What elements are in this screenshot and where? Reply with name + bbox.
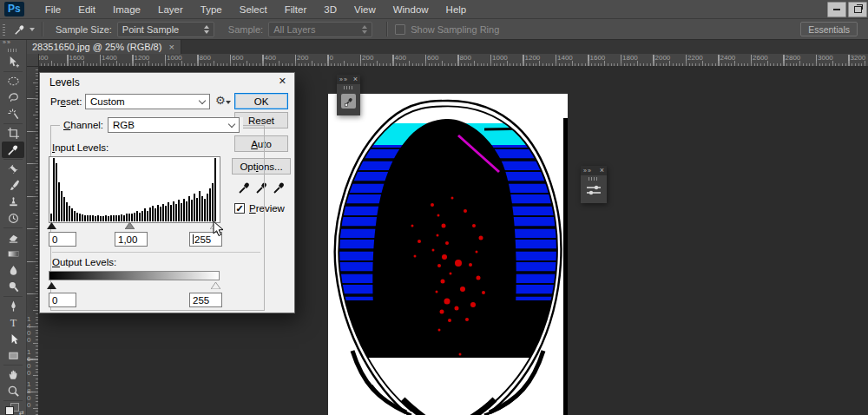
tab-close-icon[interactable]: ×: [168, 42, 174, 52]
histogram-bar: [56, 163, 57, 221]
tool-rectangle[interactable]: [2, 347, 24, 364]
output-black-field[interactable]: 0: [49, 293, 76, 307]
tool-eraser[interactable]: [2, 229, 24, 246]
ok-button[interactable]: OK: [234, 93, 288, 109]
tool-move[interactable]: [2, 54, 24, 70]
panel-body[interactable]: [581, 175, 607, 203]
histogram-bar: [115, 215, 117, 221]
menu-filter[interactable]: Filter: [276, 2, 316, 17]
tool-history-brush[interactable]: [2, 210, 24, 227]
tool-gradient[interactable]: [2, 246, 24, 262]
hruler-label: 1000: [492, 54, 508, 62]
histogram-bar: [134, 213, 135, 221]
expand-panel-icon[interactable]: »»: [339, 76, 348, 83]
color-swatches[interactable]: ⇄: [3, 403, 23, 415]
swap-colors-icon[interactable]: ⇄: [19, 410, 24, 415]
input-black-field[interactable]: 0: [49, 232, 76, 247]
chevron-down-icon: [199, 96, 206, 103]
panel-tile[interactable]: [341, 94, 356, 109]
channel-dropdown[interactable]: RGB: [108, 117, 240, 133]
tool-blur[interactable]: [2, 262, 24, 279]
menu-edit[interactable]: Edit: [69, 2, 104, 17]
menu-view[interactable]: View: [345, 2, 385, 17]
restore-button[interactable]: [848, 2, 867, 17]
histogram-bar: [69, 206, 70, 221]
histogram-bar: [89, 215, 91, 221]
minimize-button[interactable]: [827, 2, 846, 17]
hruler-label: 3200: [851, 54, 866, 62]
histogram-bar: [53, 158, 55, 221]
tool-elliptical-marquee[interactable]: [2, 73, 24, 89]
input-gamma-field[interactable]: 1,00: [115, 232, 148, 247]
menu-help[interactable]: Help: [437, 2, 476, 17]
sample-size-dropdown[interactable]: Point Sample: [117, 22, 214, 37]
tool-clone-stamp[interactable]: [2, 194, 24, 210]
menu-3d[interactable]: 3D: [315, 2, 345, 17]
tool-magic-wand[interactable]: [2, 106, 24, 122]
input-black-slider[interactable]: [47, 222, 56, 229]
histogram-bar: [58, 182, 60, 221]
eyedropper-icon: [14, 23, 26, 36]
active-tool-button[interactable]: [14, 23, 35, 36]
svg-text:T: T: [10, 317, 16, 329]
histogram-bar: [157, 205, 159, 221]
expand-panel-icon[interactable]: »»: [583, 168, 592, 175]
close-panel-icon[interactable]: ×: [353, 76, 358, 83]
preset-dropdown[interactable]: Custom: [85, 94, 210, 109]
output-white-slider[interactable]: [211, 282, 220, 289]
channel-value: RGB: [113, 120, 135, 130]
menu-window[interactable]: Window: [385, 2, 437, 17]
tool-brush[interactable]: [2, 177, 24, 194]
tool-zoom[interactable]: [2, 383, 24, 399]
cyan-streak: [484, 128, 536, 129]
collapsed-panel-sampler: »» ×: [337, 75, 360, 115]
hruler-label: 2000: [655, 54, 671, 62]
preset-options-gear-button[interactable]: ⚙: [215, 95, 226, 107]
histogram-bar: [61, 191, 62, 221]
tool-direct-selection[interactable]: [2, 331, 24, 347]
preset-label: Preset:: [50, 96, 82, 107]
output-white-field[interactable]: 255: [189, 293, 222, 307]
panel-body[interactable]: [337, 84, 360, 115]
left-claw-stroke: [352, 351, 406, 412]
hruler-label: 2600: [753, 54, 768, 62]
white-point-eyedropper-icon[interactable]: [273, 181, 286, 194]
right-claw-stroke: [490, 351, 543, 412]
histogram-bar: [212, 183, 214, 221]
input-gamma-slider[interactable]: [125, 222, 135, 229]
document-canvas[interactable]: [328, 94, 568, 415]
levels-dialog: Levels ✕ Preset: Custom ⚙ OK Reset Auto …: [39, 72, 295, 313]
tool-spot-healing[interactable]: [2, 161, 24, 177]
tool-dodge[interactable]: [2, 279, 24, 295]
menu-image[interactable]: Image: [104, 2, 149, 17]
document-tab[interactable]: 28351650.jpg @ 25% (RGB/8) ×: [26, 39, 181, 54]
histogram-bar: [201, 196, 203, 221]
dialog-close-icon[interactable]: ✕: [279, 76, 286, 87]
dialog-title-bar[interactable]: Levels ✕: [40, 73, 294, 90]
hruler-label: 1800: [622, 54, 638, 62]
tool-pen[interactable]: [2, 298, 24, 314]
histogram-bar: [162, 204, 164, 221]
menu-file[interactable]: File: [36, 2, 70, 17]
histogram-bar: [128, 214, 130, 221]
tool-lasso[interactable]: [2, 89, 24, 106]
foreground-color-swatch[interactable]: [5, 406, 14, 415]
histogram-bar: [175, 204, 177, 221]
histogram-bar: [108, 216, 109, 221]
hruler-label: 400: [265, 54, 276, 62]
document-tab-title: 28351650.jpg @ 25% (RGB/8): [32, 42, 161, 52]
menu-type[interactable]: Type: [192, 2, 231, 17]
show-sampling-ring-checkbox[interactable]: [395, 24, 405, 35]
tools-collapse-chevrons[interactable]: »»: [0, 39, 26, 47]
tool-crop[interactable]: [2, 125, 24, 142]
output-black-slider[interactable]: [47, 282, 56, 289]
tool-eyedropper[interactable]: [2, 142, 24, 158]
close-panel-icon[interactable]: ×: [600, 167, 604, 175]
workspace-essentials-button[interactable]: Essentials: [800, 22, 858, 36]
sample-dropdown[interactable]: All Layers: [268, 22, 372, 37]
tool-hand[interactable]: [2, 366, 24, 383]
menu-layer[interactable]: Layer: [149, 2, 192, 17]
tool-type[interactable]: T: [2, 314, 24, 331]
histogram-bar: [209, 188, 211, 221]
menu-select[interactable]: Select: [231, 2, 276, 17]
